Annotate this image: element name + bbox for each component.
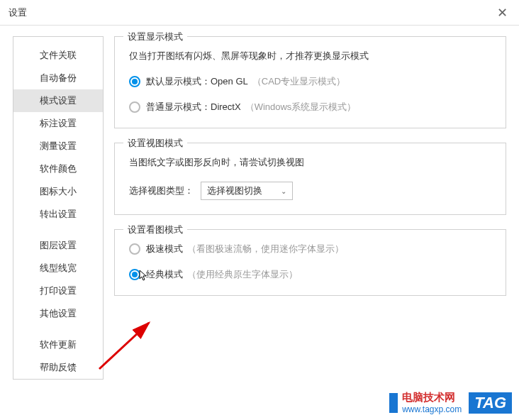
- radio-label: 经典模式: [146, 268, 183, 281]
- radio-opengl[interactable]: 默认显示模式：Open GL （CAD专业显示模式）: [129, 75, 491, 88]
- sidebar-item-annotation[interactable]: 标注设置: [13, 112, 103, 135]
- fieldset-legend: 设置显示模式: [123, 31, 187, 43]
- fieldset-legend: 设置看图模式: [123, 223, 187, 236]
- sidebar-item-mode-settings[interactable]: 模式设置: [13, 89, 103, 112]
- view-mode-hint: 当图纸文字或图形反向时，请尝试切换视图: [129, 156, 491, 169]
- dialog-content: 文件关联 自动备份 模式设置 标注设置 测量设置 软件颜色 图标大小 转出设置 …: [0, 26, 519, 390]
- radio-note: （Windows系统显示模式）: [245, 101, 357, 114]
- radio-icon: [129, 269, 140, 280]
- close-icon[interactable]: ✕: [493, 5, 510, 21]
- watermark-bar: [389, 393, 398, 413]
- fieldset-display-mode: 设置显示模式 仅当打开图纸有闪烁、黑屏等现象时，才推荐更换显示模式 默认显示模式…: [114, 36, 506, 128]
- dialog-title: 设置: [9, 6, 27, 19]
- radio-note: （看图极速流畅，使用迷你字体显示）: [187, 243, 344, 255]
- sidebar-item-auto-backup[interactable]: 自动备份: [13, 67, 103, 89]
- radio-note: （使用经典原生字体显示）: [187, 268, 298, 281]
- display-mode-hint: 仅当打开图纸有闪烁、黑屏等现象时，才推荐更换显示模式: [129, 50, 491, 62]
- radio-icon: [129, 243, 140, 255]
- chevron-down-icon: ⌄: [281, 187, 286, 195]
- fieldset-view-mode: 设置视图模式 当图纸文字或图形反向时，请尝试切换视图 选择视图类型： 选择视图切…: [114, 143, 506, 215]
- sidebar-item-file-assoc[interactable]: 文件关联: [13, 44, 103, 67]
- radio-label: 默认显示模式：Open GL: [146, 75, 248, 88]
- sidebar-item-measure[interactable]: 测量设置: [13, 135, 103, 158]
- sidebar-item-icon-size[interactable]: 图标大小: [13, 180, 103, 203]
- view-type-select[interactable]: 选择视图切换 ⌄: [201, 182, 293, 200]
- select-label: 选择视图类型：: [129, 184, 194, 197]
- radio-icon: [129, 101, 140, 113]
- sidebar-item-export[interactable]: 转出设置: [13, 203, 103, 226]
- watermark: 电脑技术网 www.tagxp.com TAG: [389, 391, 512, 414]
- sidebar-item-color[interactable]: 软件颜色: [13, 158, 103, 180]
- radio-label: 普通显示模式：DirectX: [146, 101, 241, 114]
- radio-note: （CAD专业显示模式）: [252, 75, 345, 88]
- watermark-title: 电脑技术网: [402, 391, 455, 404]
- radio-classic-mode[interactable]: 经典模式 （使用经典原生字体显示）: [129, 268, 491, 281]
- select-value: 选择视图切换: [207, 184, 262, 197]
- sidebar-item-layer[interactable]: 图层设置: [13, 234, 103, 257]
- radio-label: 极速模式: [146, 243, 183, 255]
- fieldset-read-mode: 设置看图模式 极速模式 （看图极速流畅，使用迷你字体显示） 经典模式 （使用经典…: [114, 229, 506, 296]
- sidebar-item-linetype[interactable]: 线型线宽: [13, 257, 103, 280]
- main-panel: 设置显示模式 仅当打开图纸有闪烁、黑屏等现象时，才推荐更换显示模式 默认显示模式…: [114, 36, 506, 380]
- watermark-text: 电脑技术网 www.tagxp.com: [402, 391, 462, 414]
- radio-icon: [129, 76, 140, 87]
- radio-fast-mode[interactable]: 极速模式 （看图极速流畅，使用迷你字体显示）: [129, 243, 491, 255]
- sidebar-item-print[interactable]: 打印设置: [13, 280, 103, 302]
- sidebar-item-update[interactable]: 软件更新: [13, 333, 103, 356]
- fieldset-legend: 设置视图模式: [123, 137, 187, 150]
- sidebar-item-other[interactable]: 其他设置: [13, 302, 103, 325]
- radio-directx[interactable]: 普通显示模式：DirectX （Windows系统显示模式）: [129, 101, 491, 114]
- watermark-url: www.tagxp.com: [402, 404, 462, 414]
- dialog-header: 设置 ✕: [0, 0, 519, 26]
- sidebar-item-feedback[interactable]: 帮助反馈: [13, 356, 103, 379]
- view-type-row: 选择视图类型： 选择视图切换 ⌄: [129, 182, 491, 200]
- sidebar: 文件关联 自动备份 模式设置 标注设置 测量设置 软件颜色 图标大小 转出设置 …: [13, 36, 104, 380]
- watermark-tag: TAG: [469, 392, 512, 414]
